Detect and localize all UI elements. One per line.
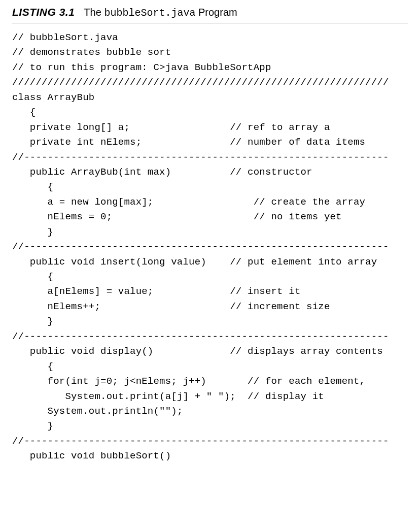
listing-title-suffix: Program [195, 7, 237, 18]
listing-label: LISTING 3.1 [12, 6, 75, 18]
code-block: // bubbleSort.java // demonstrates bubbl… [12, 30, 408, 464]
listing-title-code: bubbleSort.java [104, 7, 195, 19]
listing-title: The bubbleSort.java Program [84, 7, 237, 19]
listing-header: LISTING 3.1 The bubbleSort.java Program [12, 5, 408, 23]
page: LISTING 3.1 The bubbleSort.java Program … [0, 0, 420, 530]
listing-title-prefix: The [84, 7, 104, 18]
